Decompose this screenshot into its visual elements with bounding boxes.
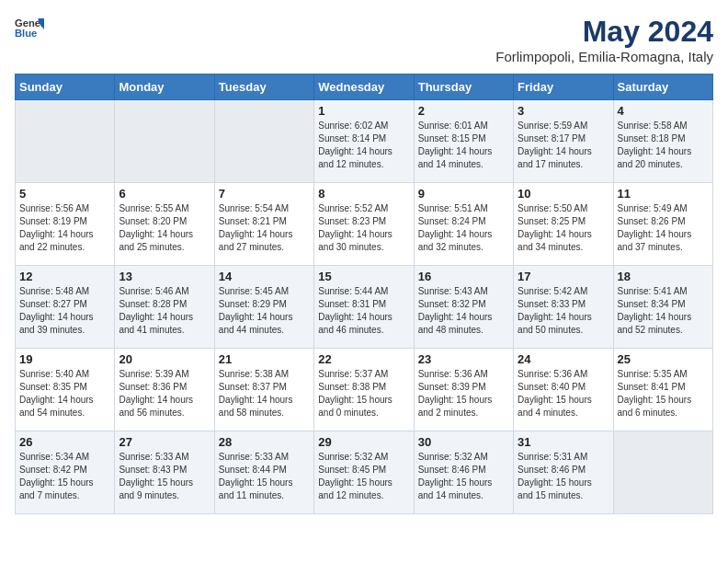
cell-info: Sunrise: 5:33 AMSunset: 8:43 PMDaylight:… — [119, 451, 210, 502]
day-number: 9 — [418, 187, 509, 201]
cell-info: Sunrise: 5:48 AMSunset: 8:27 PMDaylight:… — [19, 285, 110, 337]
day-number: 15 — [318, 270, 409, 283]
day-cell: 22Sunrise: 5:37 AMSunset: 8:38 PMDayligh… — [314, 349, 414, 431]
day-cell: 25Sunrise: 5:35 AMSunset: 8:41 PMDayligh… — [613, 349, 712, 431]
day-number: 13 — [119, 270, 210, 283]
header-day-sunday: Sunday — [16, 75, 115, 100]
day-cell: 24Sunrise: 5:36 AMSunset: 8:40 PMDayligh… — [514, 349, 613, 431]
day-number: 27 — [119, 435, 210, 449]
day-cell — [115, 100, 214, 183]
day-number: 16 — [418, 270, 509, 283]
cell-info: Sunrise: 5:31 AMSunset: 8:46 PMDaylight:… — [518, 451, 609, 502]
day-number: 5 — [19, 187, 110, 201]
day-cell: 12Sunrise: 5:48 AMSunset: 8:27 PMDayligh… — [16, 266, 115, 349]
cell-info: Sunrise: 5:54 AMSunset: 8:21 PMDaylight:… — [219, 202, 310, 254]
cell-info: Sunrise: 5:51 AMSunset: 8:24 PMDaylight:… — [418, 202, 509, 254]
day-cell: 31Sunrise: 5:31 AMSunset: 8:46 PMDayligh… — [514, 431, 613, 514]
day-cell: 1Sunrise: 6:02 AMSunset: 8:14 PMDaylight… — [314, 100, 414, 183]
svg-text:Blue: Blue — [15, 28, 37, 39]
cell-info: Sunrise: 5:33 AMSunset: 8:44 PMDaylight:… — [219, 451, 310, 502]
day-number: 8 — [318, 187, 409, 201]
calendar-table: SundayMondayTuesdayWednesdayThursdayFrid… — [15, 74, 713, 514]
day-cell: 6Sunrise: 5:55 AMSunset: 8:20 PMDaylight… — [115, 183, 214, 266]
day-cell: 28Sunrise: 5:33 AMSunset: 8:44 PMDayligh… — [214, 431, 313, 514]
page-header: General Blue May 2024 Forlimpopoli, Emil… — [15, 15, 713, 64]
subtitle: Forlimpopoli, Emilia-Romagna, Italy — [495, 49, 713, 64]
header-day-saturday: Saturday — [613, 75, 712, 100]
cell-info: Sunrise: 5:32 AMSunset: 8:46 PMDaylight:… — [418, 451, 509, 502]
day-number: 4 — [618, 104, 709, 118]
day-cell: 3Sunrise: 5:59 AMSunset: 8:17 PMDaylight… — [514, 100, 613, 183]
calendar-body: 1Sunrise: 6:02 AMSunset: 8:14 PMDaylight… — [16, 100, 713, 514]
day-number: 3 — [518, 104, 609, 118]
cell-info: Sunrise: 5:44 AMSunset: 8:31 PMDaylight:… — [318, 285, 409, 337]
header-day-friday: Friday — [514, 75, 613, 100]
day-cell — [214, 100, 313, 183]
day-cell — [16, 100, 115, 183]
day-number: 26 — [19, 435, 110, 449]
calendar-header: SundayMondayTuesdayWednesdayThursdayFrid… — [16, 75, 713, 100]
day-cell: 9Sunrise: 5:51 AMSunset: 8:24 PMDaylight… — [414, 183, 513, 266]
day-number: 2 — [418, 104, 509, 118]
day-cell: 4Sunrise: 5:58 AMSunset: 8:18 PMDaylight… — [613, 100, 712, 183]
cell-info: Sunrise: 5:43 AMSunset: 8:32 PMDaylight:… — [418, 285, 509, 337]
day-cell: 30Sunrise: 5:32 AMSunset: 8:46 PMDayligh… — [414, 431, 513, 514]
main-title: May 2024 — [495, 15, 713, 49]
cell-info: Sunrise: 5:49 AMSunset: 8:26 PMDaylight:… — [618, 202, 709, 254]
day-number: 11 — [618, 187, 709, 201]
header-day-thursday: Thursday — [414, 75, 513, 100]
cell-info: Sunrise: 5:39 AMSunset: 8:36 PMDaylight:… — [119, 368, 210, 419]
day-number: 29 — [318, 435, 409, 449]
header-day-wednesday: Wednesday — [314, 75, 414, 100]
cell-info: Sunrise: 5:45 AMSunset: 8:29 PMDaylight:… — [219, 285, 310, 337]
cell-info: Sunrise: 5:36 AMSunset: 8:39 PMDaylight:… — [418, 368, 509, 419]
day-number: 23 — [418, 352, 509, 366]
cell-info: Sunrise: 5:50 AMSunset: 8:25 PMDaylight:… — [518, 202, 609, 254]
day-cell: 27Sunrise: 5:33 AMSunset: 8:43 PMDayligh… — [115, 431, 214, 514]
day-cell: 20Sunrise: 5:39 AMSunset: 8:36 PMDayligh… — [115, 349, 214, 431]
day-cell: 8Sunrise: 5:52 AMSunset: 8:23 PMDaylight… — [314, 183, 414, 266]
day-cell: 16Sunrise: 5:43 AMSunset: 8:32 PMDayligh… — [414, 266, 513, 349]
day-cell: 11Sunrise: 5:49 AMSunset: 8:26 PMDayligh… — [613, 183, 712, 266]
day-number: 6 — [119, 187, 210, 201]
day-number: 24 — [518, 352, 609, 366]
day-number: 10 — [518, 187, 609, 201]
cell-info: Sunrise: 5:56 AMSunset: 8:19 PMDaylight:… — [19, 202, 110, 254]
day-number: 22 — [318, 352, 409, 366]
header-day-tuesday: Tuesday — [214, 75, 313, 100]
day-number: 19 — [19, 352, 110, 366]
week-row-3: 12Sunrise: 5:48 AMSunset: 8:27 PMDayligh… — [16, 266, 713, 349]
day-cell: 15Sunrise: 5:44 AMSunset: 8:31 PMDayligh… — [314, 266, 414, 349]
day-cell: 13Sunrise: 5:46 AMSunset: 8:28 PMDayligh… — [115, 266, 214, 349]
header-day-monday: Monday — [115, 75, 214, 100]
day-number: 21 — [219, 352, 310, 366]
week-row-1: 1Sunrise: 6:02 AMSunset: 8:14 PMDaylight… — [16, 100, 713, 183]
day-cell: 17Sunrise: 5:42 AMSunset: 8:33 PMDayligh… — [514, 266, 613, 349]
day-number: 1 — [318, 104, 409, 118]
day-cell: 21Sunrise: 5:38 AMSunset: 8:37 PMDayligh… — [214, 349, 313, 431]
day-cell: 7Sunrise: 5:54 AMSunset: 8:21 PMDaylight… — [214, 183, 313, 266]
cell-info: Sunrise: 5:46 AMSunset: 8:28 PMDaylight:… — [119, 285, 210, 337]
day-number: 28 — [219, 435, 310, 449]
week-row-2: 5Sunrise: 5:56 AMSunset: 8:19 PMDaylight… — [16, 183, 713, 266]
week-row-4: 19Sunrise: 5:40 AMSunset: 8:35 PMDayligh… — [16, 349, 713, 431]
cell-info: Sunrise: 5:42 AMSunset: 8:33 PMDaylight:… — [518, 285, 609, 337]
day-cell: 19Sunrise: 5:40 AMSunset: 8:35 PMDayligh… — [16, 349, 115, 431]
day-cell: 14Sunrise: 5:45 AMSunset: 8:29 PMDayligh… — [214, 266, 313, 349]
day-cell: 2Sunrise: 6:01 AMSunset: 8:15 PMDaylight… — [414, 100, 513, 183]
week-row-5: 26Sunrise: 5:34 AMSunset: 8:42 PMDayligh… — [16, 431, 713, 514]
logo: General Blue — [15, 15, 44, 40]
day-cell: 5Sunrise: 5:56 AMSunset: 8:19 PMDaylight… — [16, 183, 115, 266]
cell-info: Sunrise: 5:35 AMSunset: 8:41 PMDaylight:… — [618, 368, 709, 419]
cell-info: Sunrise: 5:59 AMSunset: 8:17 PMDaylight:… — [518, 120, 609, 171]
day-cell — [613, 431, 712, 514]
cell-info: Sunrise: 5:58 AMSunset: 8:18 PMDaylight:… — [618, 120, 709, 171]
cell-info: Sunrise: 5:38 AMSunset: 8:37 PMDaylight:… — [219, 368, 310, 419]
day-number: 30 — [418, 435, 509, 449]
day-cell: 29Sunrise: 5:32 AMSunset: 8:45 PMDayligh… — [314, 431, 414, 514]
cell-info: Sunrise: 5:41 AMSunset: 8:34 PMDaylight:… — [618, 285, 709, 337]
cell-info: Sunrise: 6:02 AMSunset: 8:14 PMDaylight:… — [318, 120, 409, 171]
header-row: SundayMondayTuesdayWednesdayThursdayFrid… — [16, 75, 713, 100]
cell-info: Sunrise: 5:34 AMSunset: 8:42 PMDaylight:… — [19, 451, 110, 502]
cell-info: Sunrise: 5:55 AMSunset: 8:20 PMDaylight:… — [119, 202, 210, 254]
